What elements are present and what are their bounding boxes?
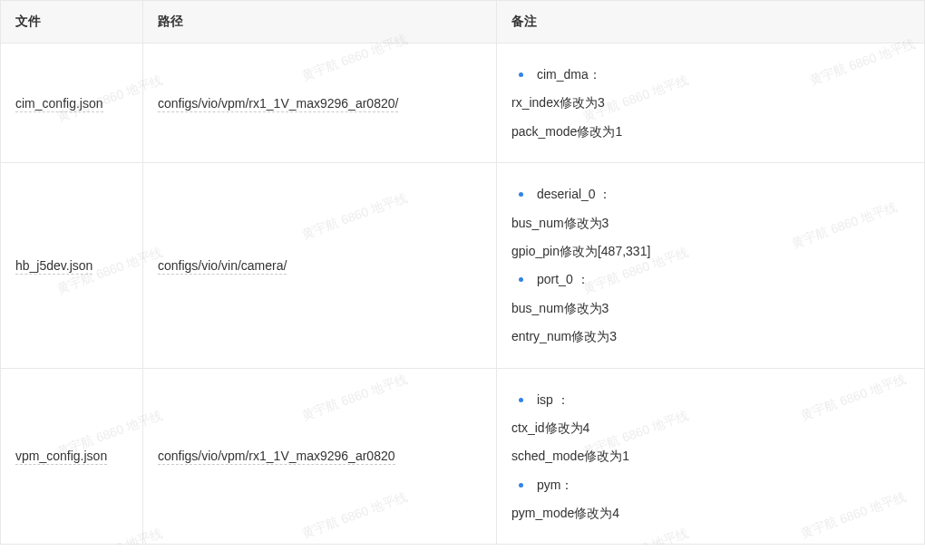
cell-path: configs/vio/vin/camera/: [143, 163, 497, 368]
path-text: configs/vio/vpm/rx1_1V_max9296_ar0820/: [158, 96, 398, 112]
cell-path: configs/vio/vpm/rx1_1V_max9296_ar0820: [143, 368, 497, 545]
cell-notes: cim_dma：rx_index修改为3pack_mode修改为1: [497, 43, 925, 163]
header-note: 备注: [497, 1, 925, 43]
table-row: cim_config.jsonconfigs/vio/vpm/rx1_1V_ma…: [1, 43, 925, 163]
file-name: cim_config.json: [15, 96, 103, 112]
cell-path: configs/vio/vpm/rx1_1V_max9296_ar0820/: [143, 43, 497, 163]
notes-list: cim_dma：rx_index修改为3pack_mode修改为1: [511, 64, 910, 141]
config-table: 文件 路径 备注 cim_config.jsonconfigs/vio/vpm/…: [0, 0, 925, 545]
note-line: gpio_pin修改为[487,331]: [511, 241, 910, 261]
note-line: ctx_id修改为4: [511, 418, 910, 438]
note-bullet: port_0 ：: [511, 269, 910, 289]
note-bullet: pym：: [511, 475, 910, 495]
table-row: vpm_config.jsonconfigs/vio/vpm/rx1_1V_ma…: [1, 368, 925, 545]
notes-list: isp ：ctx_id修改为4sched_mode修改为1pym：pym_mod…: [511, 390, 910, 524]
cell-notes: isp ：ctx_id修改为4sched_mode修改为1pym：pym_mod…: [497, 368, 925, 545]
note-line: pack_mode修改为1: [511, 121, 910, 141]
note-line: bus_num修改为3: [511, 213, 910, 233]
note-bullet: deserial_0 ：: [511, 184, 910, 204]
header-path: 路径: [143, 1, 497, 43]
file-name: vpm_config.json: [15, 449, 107, 465]
file-name: hb_j5dev.json: [15, 258, 92, 275]
note-line: sched_mode修改为1: [511, 446, 910, 466]
table-row: hb_j5dev.jsonconfigs/vio/vin/camera/dese…: [1, 163, 925, 368]
note-line: entry_num修改为3: [511, 326, 910, 346]
note-bullet: cim_dma：: [511, 64, 910, 84]
notes-list: deserial_0 ：bus_num修改为3gpio_pin修改为[487,3…: [511, 184, 910, 346]
cell-file: cim_config.json: [1, 43, 143, 163]
note-bullet: isp ：: [511, 390, 910, 410]
header-file: 文件: [1, 1, 143, 43]
note-line: bus_num修改为3: [511, 298, 910, 318]
path-text: configs/vio/vpm/rx1_1V_max9296_ar0820: [158, 449, 395, 465]
note-line: rx_index修改为3: [511, 92, 910, 112]
note-line: pym_mode修改为4: [511, 503, 910, 523]
cell-notes: deserial_0 ：bus_num修改为3gpio_pin修改为[487,3…: [497, 163, 925, 368]
path-text: configs/vio/vin/camera/: [158, 258, 287, 275]
table-header-row: 文件 路径 备注: [1, 1, 925, 43]
cell-file: vpm_config.json: [1, 368, 143, 545]
cell-file: hb_j5dev.json: [1, 163, 143, 368]
